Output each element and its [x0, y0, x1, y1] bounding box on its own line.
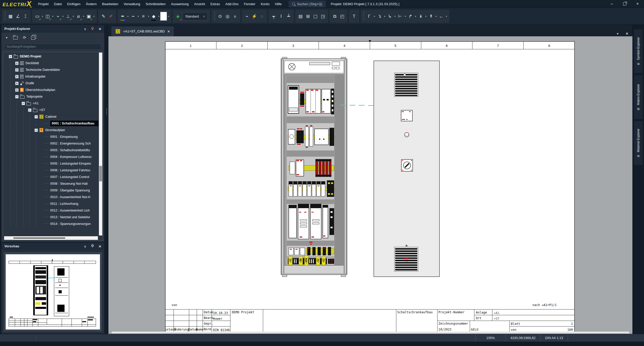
wire-node-icon[interactable]: ⊙ [216, 11, 224, 22]
menu-schnittstellen[interactable]: Schnittstellen [146, 2, 165, 6]
view-dropdown-icon[interactable]: ▼ [5, 36, 8, 39]
wire-tee-up-icon[interactable]: ↱ [407, 11, 414, 22]
chip-icon[interactable]: ▤ [297, 11, 304, 22]
wire-branch-up-dropdown-icon[interactable]: ▾ [394, 15, 396, 18]
hatch-fill-dropdown-icon[interactable]: ▾ [157, 15, 160, 18]
right-tab-makro-explorer[interactable]: ⊞Makro-Explorer [634, 75, 643, 119]
panel-splitter[interactable] [105, 25, 108, 334]
wire-arrow-left-icon[interactable]: ← [438, 11, 445, 22]
wire-arrows-down-dropdown-icon[interactable]: ▾ [425, 15, 427, 18]
explorer-search-input[interactable] [4, 44, 101, 50]
tree-item-a1[interactable]: −=A1 [4, 100, 98, 107]
cabinet-door-view[interactable] [374, 61, 439, 277]
collapse-toggle[interactable]: − [28, 108, 31, 112]
frame-device-icon[interactable]: ◰ [338, 11, 346, 22]
collapse-toggle[interactable]: − [35, 129, 38, 132]
canvas-horizontal-scrollbar[interactable] [112, 332, 629, 333]
format-brush-remove-icon[interactable]: ✐ [107, 11, 115, 22]
expand-toggle[interactable]: + [15, 62, 19, 65]
wire-arrows-up-icon[interactable]: ↟ [427, 11, 435, 22]
select-rect-icon[interactable]: ▢ [312, 11, 319, 22]
tree-item-0007-leistungsteil-control[interactable]: 0007 : Leistungsteil Control [4, 174, 98, 180]
color-swatch-dropdown-icon[interactable]: ▾ [167, 15, 170, 18]
tree-item-inhaltsangabe[interactable]: +Inhaltsangabe [4, 73, 98, 80]
insert-terminal-icon[interactable]: ⊥✓ [64, 11, 72, 22]
collapse-toggle[interactable]: − [9, 55, 12, 58]
tree-item-deckblatt[interactable]: +Deckblatt [4, 60, 98, 66]
open-project-icon[interactable] [13, 36, 18, 39]
insert-terminal-dropdown-icon[interactable]: ▾ [72, 15, 75, 18]
symbol-grid-icon[interactable]: ▦ [7, 11, 14, 22]
line-width-icon[interactable]: ≡ [140, 11, 147, 22]
global-search[interactable]: Suchen (Strg+Q) [289, 1, 326, 7]
tab-close-icon[interactable]: × [167, 29, 170, 33]
wire-symbol-double-icon[interactable]: ◎ [224, 11, 231, 22]
insert-symbol-icon[interactable]: ▭✓ [33, 11, 41, 22]
close-button[interactable]: × [631, 0, 644, 8]
expand-toggle[interactable]: + [15, 68, 19, 72]
frame-nested-icon[interactable]: ⧉ [331, 11, 338, 22]
menu-bearbeiten[interactable]: Bearbeiten [102, 2, 118, 6]
tree-item-0012-auswerteeinheit-lich[interactable]: 0012 : Auswerteeinheit Lich [4, 207, 98, 214]
wire-tee-dropdown-icon[interactable]: ▾ [404, 15, 407, 18]
menu-konto[interactable]: Konto [261, 2, 269, 6]
toolbar-grip[interactable] [5, 12, 5, 21]
tree-item-0013-netzteil-und-selektivi[interactable]: 0013 : Netzteil und Selektivi [4, 214, 98, 221]
menu-datei[interactable]: Datei [54, 2, 62, 6]
wire-arrow-left-dropdown-icon[interactable]: ▾ [445, 15, 448, 18]
collapse-toggle[interactable]: − [15, 95, 19, 98]
tree-item-0001-schaltschrankaufbau[interactable]: 0001 : Schaltschrankaufbau [4, 120, 98, 127]
select-partial-icon[interactable]: ◳ [319, 11, 327, 22]
tree-item-übersichtsschaltplan[interactable]: +Übersichtsschaltplan [4, 87, 98, 93]
outline-dashed-icon[interactable]: ◌ [258, 11, 266, 22]
menu-ändern[interactable]: Ändern [86, 2, 97, 6]
menu-hilfe[interactable]: Hilfe [275, 2, 282, 6]
tree-item-st[interactable]: −+ST [4, 107, 98, 113]
pin-top-icon[interactable]: ┯ [270, 11, 277, 22]
tree-item-0002-energiemessung-sch[interactable]: 0002 : Energiemessung Sch [4, 140, 98, 147]
tree-item-grafik[interactable]: +Grafik [4, 80, 98, 87]
insert-device-dropdown-icon[interactable]: ▾ [51, 15, 54, 18]
tree-item-0014-spannungsversorgun[interactable]: 0014 : Spannungsversorgun [4, 221, 98, 227]
menu-einfügen[interactable]: Einfügen [67, 2, 80, 6]
chevron-down-icon[interactable]: ∨ [84, 245, 87, 248]
wire-tee-icon[interactable]: ⊢ [396, 11, 404, 22]
expand-toggle[interactable]: + [15, 82, 19, 85]
insert-device-icon[interactable]: ◫✓ [44, 11, 51, 22]
zoom-level[interactable]: 105% [475, 334, 505, 342]
connector-pin-icon[interactable]: ⌶ [22, 11, 29, 22]
expand-toggle[interactable]: + [15, 88, 19, 92]
line-style-dropdown-icon[interactable]: ▾ [137, 15, 140, 18]
switch-double-icon[interactable]: ⚡ [251, 11, 258, 22]
right-tab-symbol-explorer[interactable]: ≣Symbol-Explorer [634, 29, 643, 73]
tree-vertical-scrollbar[interactable] [99, 53, 102, 235]
menu-verwaltung[interactable]: Verwaltung [124, 2, 140, 6]
tab-list-filter-icon[interactable]: ▼ [616, 32, 619, 35]
tree-item-0006-leistungsteil-fahrtisc[interactable]: 0006 : Leistungsteil Fahrtisc [4, 167, 98, 174]
tree-horizontal-scrollbar[interactable] [4, 236, 98, 240]
insert-symbol-dropdown-icon[interactable]: ▾ [41, 15, 44, 18]
drawing-canvas[interactable]: 1 2 3 4 5 6 7 8 [108, 36, 632, 334]
line-width-dropdown-icon[interactable]: ▾ [147, 15, 150, 18]
color-swatch-icon[interactable] [160, 12, 167, 21]
drawing-sheet[interactable]: 1 2 3 4 5 6 7 8 [165, 40, 575, 333]
tree-item-0009-übergabe-spannung[interactable]: 0009 : Übergabe Spannung [4, 187, 98, 194]
wire-corner-icon[interactable]: Γ [366, 11, 373, 22]
tree-item-cabinet[interactable]: −Cabinet [4, 113, 98, 120]
hatch-fill-icon[interactable]: ◆ [150, 11, 157, 22]
tree-item-0003-schaltschrankbelüftu[interactable]: 0003 : Schaltschrankbelüftu [4, 147, 98, 154]
insert-switch-icon[interactable]: ⌁✓ [54, 11, 62, 22]
expand-toggle[interactable]: + [15, 75, 19, 78]
format-brush-icon[interactable]: ✎ [100, 11, 107, 22]
close-icon[interactable]: × [99, 27, 101, 31]
collapse-toggle[interactable]: − [22, 102, 25, 105]
menu-ansicht[interactable]: Ansicht [194, 2, 205, 6]
layers-icon[interactable]: ◈x [174, 11, 182, 22]
add-frame-icon[interactable]: ⊞ [304, 11, 312, 22]
tab-cabinet-drawing[interactable]: =A1+ST_CAB.0001.wsCBD × [111, 26, 174, 36]
insert-frame-icon[interactable]: ▣✓ [85, 11, 92, 22]
tree-item-teilprojekte[interactable]: −Teilprojekte [4, 93, 98, 100]
menu-add-ons[interactable]: Add-Ons [225, 2, 239, 6]
switch-contact-icon[interactable]: ⌁ [243, 11, 251, 22]
pin-icon[interactable] [91, 244, 94, 248]
